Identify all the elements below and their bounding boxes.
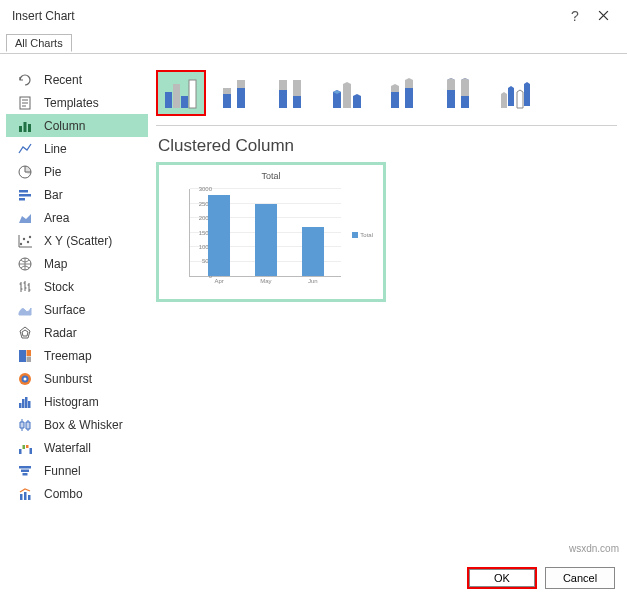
sidebar-item-label: Recent — [44, 73, 82, 87]
sidebar-item-radar[interactable]: Radar — [6, 321, 148, 344]
bar — [302, 227, 324, 276]
xtick: Apr — [214, 278, 223, 284]
stacked-column-icon — [215, 74, 259, 112]
preview-title: Total — [165, 171, 377, 181]
legend: Total — [352, 232, 373, 238]
watermark: wsxdn.com — [569, 543, 619, 554]
sidebar-item-boxwhisker[interactable]: Box & Whisker — [6, 413, 148, 436]
clustered-column-icon — [159, 74, 203, 112]
svg-rect-37 — [223, 94, 231, 108]
svg-rect-23 — [19, 449, 22, 454]
tab-all-charts[interactable]: All Charts — [6, 34, 72, 52]
subtype-3d-stacked-column[interactable] — [380, 70, 430, 116]
chart-category-list: Recent Templates Column Line Pie Bar Are… — [6, 60, 148, 552]
sidebar-item-combo[interactable]: Combo — [6, 482, 148, 505]
sidebar-item-label: Treemap — [44, 349, 92, 363]
subtype-stacked-column[interactable] — [212, 70, 262, 116]
sidebar-item-label: Histogram — [44, 395, 99, 409]
100stacked-column-icon — [271, 74, 315, 112]
sidebar-item-column[interactable]: Column — [6, 114, 148, 137]
funnel-icon — [16, 462, 34, 480]
recent-icon — [16, 71, 34, 89]
sidebar-item-histogram[interactable]: Histogram — [6, 390, 148, 413]
sidebar-item-line[interactable]: Line — [6, 137, 148, 160]
templates-icon — [16, 94, 34, 112]
chart-preview[interactable]: Total 0 500 1000 1500 2000 2500 3000 Apr… — [156, 162, 386, 302]
svg-rect-15 — [27, 356, 32, 362]
sidebar-item-treemap[interactable]: Treemap — [6, 344, 148, 367]
svg-point-18 — [24, 377, 27, 380]
sidebar-item-scatter[interactable]: X Y (Scatter) — [6, 229, 148, 252]
sidebar-item-label: Bar — [44, 188, 63, 202]
sidebar-item-label: Sunburst — [44, 372, 92, 386]
ok-button[interactable]: OK — [467, 567, 537, 589]
sidebar-item-waterfall[interactable]: Waterfall — [6, 436, 148, 459]
sidebar-item-label: Line — [44, 142, 67, 156]
svg-rect-35 — [181, 96, 188, 108]
svg-rect-14 — [27, 350, 32, 356]
3d-stacked-icon — [383, 74, 427, 112]
radar-icon — [16, 324, 34, 342]
svg-rect-38 — [223, 88, 231, 94]
svg-rect-7 — [19, 198, 25, 201]
sidebar-item-label: Area — [44, 211, 69, 225]
sidebar-item-pie[interactable]: Pie — [6, 160, 148, 183]
waterfall-icon — [16, 439, 34, 457]
svg-point-10 — [27, 240, 29, 242]
xtick: Jun — [308, 278, 318, 284]
sidebar-item-bar[interactable]: Bar — [6, 183, 148, 206]
svg-rect-6 — [19, 194, 31, 197]
subtype-3d-clustered-column[interactable] — [324, 70, 374, 116]
svg-rect-40 — [237, 80, 245, 88]
sidebar-item-label: Templates — [44, 96, 99, 110]
ytick: 3000 — [199, 186, 212, 192]
sidebar-item-label: Funnel — [44, 464, 81, 478]
sidebar-item-area[interactable]: Area — [6, 206, 148, 229]
bar-icon — [16, 186, 34, 204]
map-icon — [16, 255, 34, 273]
svg-rect-24 — [23, 445, 26, 449]
svg-rect-33 — [165, 92, 172, 108]
help-button[interactable]: ? — [561, 8, 589, 24]
svg-rect-21 — [25, 397, 28, 408]
subtype-clustered-column[interactable] — [156, 70, 206, 116]
plot-area: 0 500 1000 1500 2000 2500 3000 Apr May J… — [189, 189, 341, 277]
svg-rect-22 — [28, 401, 31, 408]
subtype-row — [156, 66, 617, 126]
bar — [208, 195, 230, 276]
svg-rect-29 — [23, 473, 28, 476]
sidebar-item-label: X Y (Scatter) — [44, 234, 112, 248]
svg-rect-27 — [19, 466, 31, 469]
svg-point-8 — [20, 242, 22, 244]
xtick: May — [260, 278, 271, 284]
sidebar-item-sunburst[interactable]: Sunburst — [6, 367, 148, 390]
svg-rect-1 — [19, 126, 22, 132]
close-button[interactable] — [589, 8, 617, 24]
tab-strip: All Charts — [0, 32, 627, 54]
pie-icon — [16, 163, 34, 181]
sidebar-item-label: Surface — [44, 303, 85, 317]
area-icon — [16, 209, 34, 227]
subtype-3d-column[interactable] — [492, 70, 542, 116]
sidebar-item-templates[interactable]: Templates — [6, 91, 148, 114]
svg-rect-5 — [19, 190, 28, 193]
svg-rect-2 — [24, 122, 27, 132]
sidebar-item-stock[interactable]: Stock — [6, 275, 148, 298]
svg-point-9 — [23, 237, 25, 239]
sidebar-item-map[interactable]: Map — [6, 252, 148, 275]
sidebar-item-surface[interactable]: Surface — [6, 298, 148, 321]
svg-rect-19 — [19, 403, 22, 408]
svg-rect-13 — [19, 350, 26, 362]
subtype-100stacked-column[interactable] — [268, 70, 318, 116]
scatter-icon — [16, 232, 34, 250]
treemap-icon — [16, 347, 34, 365]
sidebar-item-funnel[interactable]: Funnel — [6, 459, 148, 482]
sidebar-item-recent[interactable]: Recent — [6, 68, 148, 91]
svg-point-11 — [29, 235, 31, 237]
svg-rect-42 — [279, 80, 287, 90]
cancel-button[interactable]: Cancel — [545, 567, 615, 589]
legend-label: Total — [360, 232, 373, 238]
bar — [255, 204, 277, 276]
stock-icon — [16, 278, 34, 296]
subtype-3d-100stacked-column[interactable] — [436, 70, 486, 116]
